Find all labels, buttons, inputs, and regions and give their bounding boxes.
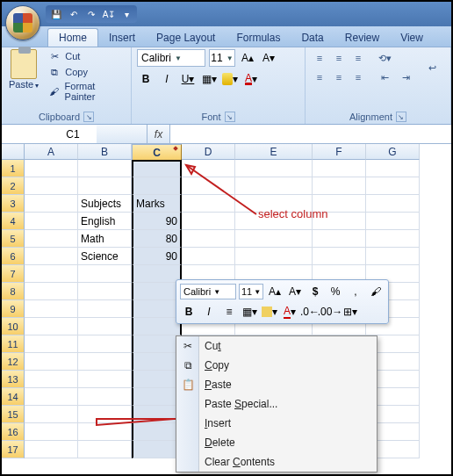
- align-bottom-button[interactable]: ≡: [349, 49, 367, 67]
- qat-redo-icon[interactable]: ↷: [84, 7, 98, 21]
- cell-B10[interactable]: [78, 318, 132, 335]
- row-head-5[interactable]: 5: [2, 230, 25, 248]
- cell-A2[interactable]: [25, 177, 78, 195]
- cell-D6[interactable]: [182, 248, 235, 265]
- col-head-D[interactable]: D: [182, 144, 235, 160]
- tab-insert[interactable]: Insert: [98, 29, 146, 47]
- ctx-paste-special[interactable]: Paste Special...: [176, 394, 377, 414]
- row-head-17[interactable]: 17: [2, 441, 25, 458]
- cell-G2[interactable]: [366, 177, 420, 195]
- cell-G5[interactable]: [366, 230, 420, 248]
- cell-F6[interactable]: [313, 248, 366, 265]
- cell-F5[interactable]: [313, 230, 366, 248]
- format-painter-button[interactable]: 🖌Format Painter: [47, 81, 126, 102]
- mini-currency[interactable]: $: [306, 283, 324, 300]
- row-head-10[interactable]: 10: [2, 318, 25, 335]
- cell-B13[interactable]: [78, 371, 132, 388]
- name-box[interactable]: ▼: [2, 125, 97, 143]
- cell-B2[interactable]: [78, 177, 132, 195]
- cell-C16[interactable]: [132, 423, 182, 441]
- cell-D1[interactable]: [182, 160, 235, 177]
- cell-C6[interactable]: 90: [132, 248, 182, 265]
- cut-button[interactable]: ✂Cut: [47, 49, 126, 63]
- clipboard-dialog-launcher[interactable]: ↘: [83, 112, 94, 122]
- ctx-clear-contents[interactable]: Clear Contents: [176, 452, 377, 472]
- underline-button[interactable]: U▾: [179, 70, 197, 88]
- mini-format-painter[interactable]: 🖌: [367, 283, 385, 300]
- align-center-button[interactable]: ≡: [330, 69, 348, 86]
- cell-A15[interactable]: [25, 406, 78, 423]
- ctx-copy[interactable]: ⧉Copy: [176, 356, 377, 375]
- cell-C2[interactable]: [132, 177, 182, 195]
- cell-G1[interactable]: [366, 160, 420, 177]
- font-size-select[interactable]: 11▼: [209, 49, 235, 67]
- cell-D5[interactable]: [182, 230, 235, 248]
- cell-E1[interactable]: [235, 160, 313, 177]
- cell-G6[interactable]: [366, 248, 420, 265]
- cell-C9[interactable]: [132, 300, 182, 318]
- row-head-6[interactable]: 6: [2, 248, 25, 265]
- cell-A4[interactable]: [25, 213, 78, 230]
- font-name-select[interactable]: Calibri▼: [137, 49, 205, 67]
- cell-A8[interactable]: [25, 283, 78, 300]
- cell-C8[interactable]: [132, 283, 182, 300]
- cell-A11[interactable]: [25, 335, 78, 353]
- mini-font-color[interactable]: A▾: [281, 303, 298, 321]
- col-head-A[interactable]: A: [25, 144, 78, 160]
- cell-C17[interactable]: [132, 441, 182, 458]
- cell-C4[interactable]: 90: [132, 213, 182, 230]
- cell-E2[interactable]: [235, 177, 313, 195]
- orientation-button[interactable]: ⟲▾: [376, 49, 393, 67]
- row-head-2[interactable]: 2: [2, 177, 25, 195]
- mini-align-center[interactable]: ≡: [220, 303, 238, 321]
- cell-A3[interactable]: [25, 195, 78, 213]
- tab-page-layout[interactable]: Page Layout: [146, 29, 226, 47]
- cell-B12[interactable]: [78, 353, 132, 371]
- cell-C15[interactable]: [132, 406, 182, 423]
- grow-font-button[interactable]: A▴: [239, 49, 256, 67]
- mini-decrease-decimal[interactable]: .0←: [301, 303, 319, 321]
- mini-shrink-font[interactable]: A▾: [286, 283, 304, 300]
- row-head-1[interactable]: 1: [2, 160, 25, 177]
- paste-button[interactable]: Paste: [7, 49, 40, 90]
- cell-B4[interactable]: English: [78, 213, 132, 230]
- cell-A17[interactable]: [25, 441, 78, 458]
- row-head-11[interactable]: 11: [2, 335, 25, 353]
- cell-B7[interactable]: [78, 265, 132, 283]
- mini-grow-font[interactable]: A▴: [266, 283, 284, 300]
- cell-C10[interactable]: [132, 318, 182, 335]
- row-head-4[interactable]: 4: [2, 213, 25, 230]
- cell-A7[interactable]: [25, 265, 78, 283]
- align-left-button[interactable]: ≡: [311, 69, 328, 86]
- cell-C13[interactable]: [132, 371, 182, 388]
- cell-D2[interactable]: [182, 177, 235, 195]
- cell-A5[interactable]: [25, 230, 78, 248]
- cell-B16[interactable]: [78, 423, 132, 441]
- col-head-F[interactable]: F: [313, 144, 366, 160]
- cell-G3[interactable]: [366, 195, 420, 213]
- qat-undo-icon[interactable]: ↶: [67, 7, 81, 21]
- col-head-E[interactable]: E: [235, 144, 313, 160]
- row-head-8[interactable]: 8: [2, 283, 25, 300]
- font-dialog-launcher[interactable]: ↘: [225, 112, 235, 122]
- qat-customize-icon[interactable]: ▾: [119, 7, 133, 21]
- row-head-16[interactable]: 16: [2, 423, 25, 441]
- mini-comma[interactable]: ,: [347, 283, 364, 300]
- tab-formulas[interactable]: Formulas: [226, 29, 291, 47]
- cell-D4[interactable]: [182, 213, 235, 230]
- mini-borders[interactable]: ▦▾: [241, 303, 258, 321]
- qat-save-icon[interactable]: 💾: [49, 7, 63, 21]
- alignment-dialog-launcher[interactable]: ↘: [396, 112, 406, 122]
- row-head-14[interactable]: 14: [2, 388, 25, 406]
- increase-indent-button[interactable]: ⇥: [397, 69, 414, 86]
- cell-C1[interactable]: [132, 160, 182, 177]
- row-head-3[interactable]: 3: [2, 195, 25, 213]
- cell-A10[interactable]: [25, 318, 78, 335]
- mini-font-name[interactable]: Calibri▼: [180, 284, 236, 299]
- row-head-15[interactable]: 15: [2, 406, 25, 423]
- align-top-button[interactable]: ≡: [311, 49, 328, 67]
- col-head-G[interactable]: G: [366, 144, 420, 160]
- cell-B8[interactable]: [78, 283, 132, 300]
- row-head-12[interactable]: 12: [2, 353, 25, 371]
- col-head-C[interactable]: C: [132, 144, 182, 162]
